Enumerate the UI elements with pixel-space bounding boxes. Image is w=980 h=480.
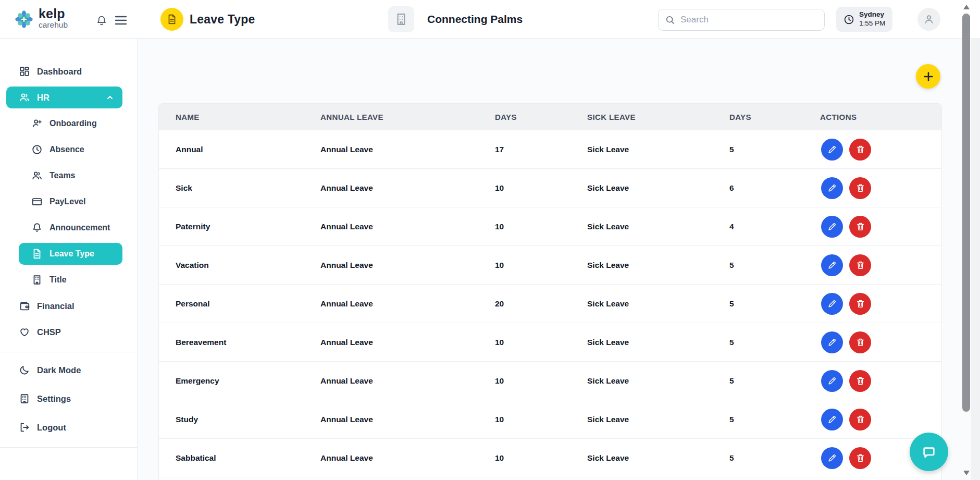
sidebar-item-label: Financial <box>37 301 75 311</box>
user-avatar[interactable] <box>917 8 940 31</box>
table-row: Personal Annual Leave 20 Sick Leave 5 <box>159 284 941 323</box>
edit-button[interactable] <box>821 177 843 199</box>
sidebar-item-dark-mode[interactable]: Dark Mode <box>6 359 122 381</box>
cell-actions <box>820 254 941 276</box>
sidebar-item-label: Teams <box>49 171 76 180</box>
pencil-icon <box>827 299 837 309</box>
column-header-sick-days: DAYS <box>729 113 820 121</box>
sidebar-item-settings[interactable]: Settings <box>6 388 122 410</box>
table-row: Sick Annual Leave 10 Sick Leave 6 <box>159 168 941 207</box>
sidebar-item-label: CHSP <box>37 327 61 337</box>
edit-button[interactable] <box>821 409 843 430</box>
brand-logo-flower-icon <box>15 10 33 29</box>
sidebar-item-chsp[interactable]: CHSP <box>6 321 122 343</box>
cell-annual-days: 17 <box>495 145 587 154</box>
cell-actions <box>820 331 941 353</box>
timezone-pill[interactable]: Sydney 1:55 PM <box>836 7 892 32</box>
cell-actions <box>820 370 941 392</box>
cell-annual-leave: Annual Leave <box>320 376 495 386</box>
cell-name: Paternity <box>159 222 320 231</box>
sidebar-item-dashboard[interactable]: Dashboard <box>6 60 122 82</box>
sidebar-item-announcement[interactable]: Announcement <box>19 217 122 239</box>
sidebar-item-absence[interactable]: Absence <box>19 139 122 161</box>
column-header-annual-leave: ANNUAL LEAVE <box>320 113 495 121</box>
table-row-partial <box>159 477 941 480</box>
document-icon <box>166 14 178 25</box>
cell-annual-leave: Annual Leave <box>320 415 495 424</box>
bell-icon <box>31 222 43 233</box>
credit-card-icon <box>31 196 43 207</box>
menu-icon[interactable] <box>114 15 128 26</box>
trash-icon <box>855 414 865 424</box>
sidebar-item-teams[interactable]: Teams <box>19 165 122 187</box>
chevron-up-icon[interactable] <box>106 93 114 102</box>
sidebar-item-label: Announcement <box>49 223 110 232</box>
org-name: Connecting Palms <box>427 0 523 39</box>
page-scroll-up-arrow[interactable] <box>963 5 970 9</box>
page-scrollbar[interactable] <box>962 14 970 412</box>
people-icon <box>19 92 30 103</box>
edit-button[interactable] <box>821 139 843 161</box>
edit-button[interactable] <box>821 370 843 392</box>
cell-annual-leave: Annual Leave <box>320 183 495 193</box>
sidebar-item-hr[interactable]: HR <box>6 87 122 108</box>
user-plus-icon <box>31 118 43 129</box>
sidebar-item-leave-type[interactable]: Leave Type <box>19 243 122 265</box>
sidebar-item-logout[interactable]: Logout <box>6 416 122 438</box>
delete-button[interactable] <box>849 139 871 161</box>
edit-button[interactable] <box>821 447 843 469</box>
column-header-name: NAME <box>159 113 320 121</box>
sidebar-item-paylevel[interactable]: PayLevel <box>19 191 122 213</box>
cell-annual-days: 10 <box>495 183 587 193</box>
delete-button[interactable] <box>849 447 871 469</box>
pencil-icon <box>827 260 837 270</box>
table-row: Emergency Annual Leave 10 Sick Leave 5 <box>159 361 941 400</box>
cell-sick-days: 5 <box>729 261 820 270</box>
search-input[interactable] <box>680 15 818 25</box>
delete-button[interactable] <box>849 331 871 353</box>
dashboard-grid-icon <box>19 66 30 77</box>
edit-button[interactable] <box>821 331 843 353</box>
cell-sick-days: 5 <box>729 453 820 463</box>
brand-name: kelp <box>39 7 68 20</box>
page-scroll-gutter <box>971 39 980 480</box>
sidebar-tools: Dark Mode Settings Logout <box>0 352 137 445</box>
table-row: Bereavement Annual Leave 10 Sick Leave 5 <box>159 323 941 361</box>
edit-button[interactable] <box>821 216 843 238</box>
delete-button[interactable] <box>849 216 871 238</box>
sidebar-item-financial[interactable]: Financial <box>6 295 122 317</box>
delete-button[interactable] <box>849 177 871 199</box>
people-icon <box>31 170 43 181</box>
edit-button[interactable] <box>821 254 843 276</box>
cell-name: Sabbatical <box>159 453 320 463</box>
sidebar-item-title[interactable]: Title <box>19 269 122 291</box>
column-header-annual-days: DAYS <box>495 113 587 121</box>
notifications-bell-icon[interactable] <box>95 15 108 27</box>
trash-icon <box>855 453 865 463</box>
trash-icon <box>855 299 865 309</box>
add-leave-type-button[interactable] <box>916 64 940 89</box>
settings-building-icon <box>19 393 30 404</box>
cell-name: Emergency <box>159 376 320 386</box>
trash-icon <box>855 376 865 386</box>
wallet-icon <box>19 300 30 312</box>
search-box[interactable] <box>658 9 825 31</box>
delete-button[interactable] <box>849 409 871 430</box>
chat-button[interactable] <box>910 433 948 471</box>
delete-button[interactable] <box>849 370 871 392</box>
cell-annual-leave: Annual Leave <box>320 261 495 270</box>
cell-sick-leave: Sick Leave <box>587 376 729 386</box>
sidebar-item-label: Logout <box>37 423 66 433</box>
cell-annual-days: 10 <box>495 376 587 386</box>
delete-button[interactable] <box>849 293 871 315</box>
cell-annual-leave: Annual Leave <box>320 453 495 463</box>
sidebar-item-onboarding[interactable]: Onboarding <box>19 113 122 134</box>
edit-button[interactable] <box>821 293 843 315</box>
cell-actions <box>820 216 941 238</box>
trash-icon <box>855 144 865 154</box>
org-building-icon[interactable] <box>388 6 414 32</box>
page-scroll-down-arrow[interactable] <box>963 471 970 475</box>
brand-text: kelp carehub <box>39 7 68 30</box>
pencil-icon <box>827 453 837 463</box>
delete-button[interactable] <box>849 254 871 276</box>
